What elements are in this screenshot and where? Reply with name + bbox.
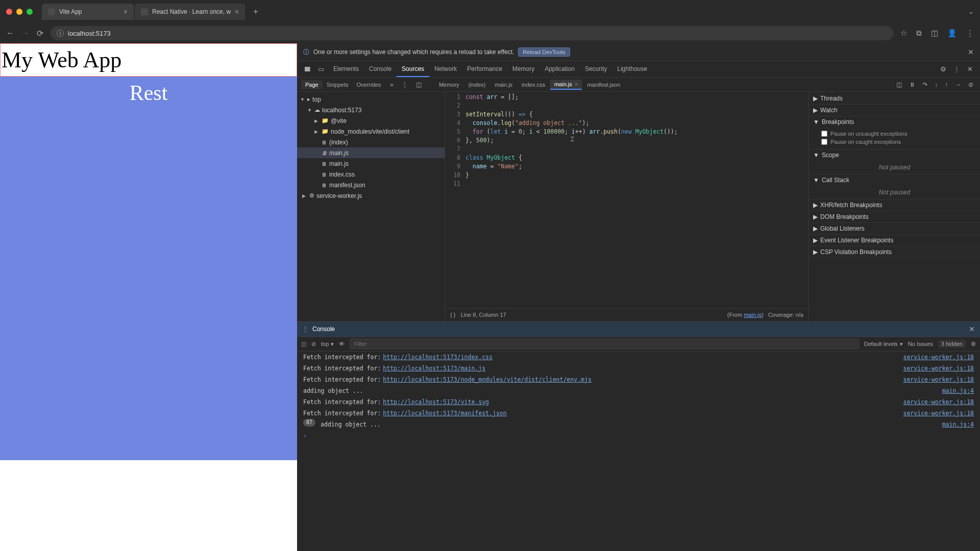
step-into-icon[interactable]: ↓ [932, 80, 940, 90]
sidepanel-icon[interactable]: ◫ [931, 29, 938, 38]
extensions-icon[interactable]: ⧉ [916, 29, 922, 38]
tab-close-icon[interactable]: × [124, 8, 128, 16]
log-source-link[interactable]: main.js:4 [942, 385, 974, 396]
devtools-tab-network[interactable]: Network [429, 62, 462, 77]
profile-icon[interactable]: 👤 [947, 29, 957, 38]
tree-file[interactable]: 🗎main.js [297, 158, 445, 169]
log-source-link[interactable]: service-worker.js:18 [903, 408, 974, 419]
dbg-dom[interactable]: ▶DOM Breakpoints [809, 211, 980, 222]
devtools-tab-elements[interactable]: Elements [328, 62, 364, 77]
devtools-tab-performance[interactable]: Performance [462, 62, 507, 77]
sources-subtab-snippets[interactable]: Snippets [323, 80, 353, 89]
step-out-icon[interactable]: ↑ [942, 80, 950, 90]
console-sidebar-toggle-icon[interactable]: ◫ [301, 341, 306, 347]
devtools-tab-security[interactable]: Security [580, 62, 612, 77]
file-navigator[interactable]: ▼▸top ▼☁localhost:5173 ▶📁@vite ▶📁node_mo… [297, 92, 445, 321]
no-issues-label[interactable]: No Issues [908, 341, 933, 347]
file-tab[interactable]: index.css [518, 80, 549, 90]
dbg-watch[interactable]: ▶Watch [809, 105, 980, 116]
devtools-menu-icon[interactable]: ⋮ [950, 63, 963, 75]
devtools-tab-memory[interactable]: Memory [507, 62, 540, 77]
back-button[interactable]: ← [6, 29, 14, 38]
dbg-event[interactable]: ▶Event Listener Breakpoints [809, 235, 980, 246]
device-toolbar-icon[interactable]: ▭ [315, 63, 327, 75]
tree-file[interactable]: 🗎manifest.json [297, 180, 445, 190]
reload-devtools-button[interactable]: Reload DevTools [518, 47, 570, 57]
console-prompt[interactable]: › [297, 430, 980, 441]
window-minimize-button[interactable] [16, 9, 22, 15]
log-levels-select[interactable]: Default levels▾ [864, 341, 903, 347]
log-source-link[interactable]: service-worker.js:18 [903, 374, 974, 385]
inspect-element-icon[interactable]: ⯀ [301, 63, 314, 75]
tab-close-icon[interactable]: × [235, 8, 239, 16]
subtab-menu-icon[interactable]: ⋮ [399, 81, 411, 88]
pause-icon[interactable]: ⏸ [906, 80, 918, 90]
dbg-threads[interactable]: ▶Threads [809, 93, 980, 104]
clear-console-icon[interactable]: ⊘ [311, 341, 316, 347]
log-source-link[interactable]: service-worker.js:18 [903, 352, 974, 363]
tree-top[interactable]: ▼▸top [297, 94, 445, 105]
reload-button[interactable]: ⟳ [37, 29, 43, 38]
tree-service-worker[interactable]: ▶⚙service-worker.js [297, 190, 445, 201]
tab-overflow-button[interactable]: ⌄ [968, 8, 974, 15]
live-expression-icon[interactable]: 👁 [339, 341, 345, 347]
code-editor[interactable]: 1234567891011 const arr = []; setInterva… [445, 92, 808, 308]
format-icon[interactable]: { } [450, 312, 455, 318]
console-output[interactable]: Fetch intercepted for: http://localhost:… [297, 352, 980, 430]
step-over-icon[interactable]: ↷ [920, 80, 930, 90]
console-link[interactable]: http://localhost:5173/manifest.json [383, 408, 506, 419]
toggle-navigator-icon[interactable]: ◫ [413, 81, 425, 88]
console-filter-input[interactable] [350, 339, 859, 349]
bp-caught-checkbox[interactable]: Pause on caught exceptions [821, 138, 975, 146]
devtools-tab-sources[interactable]: Sources [397, 62, 429, 77]
site-info-icon[interactable]: i [57, 30, 64, 37]
browser-menu-icon[interactable]: ⋮ [966, 29, 974, 38]
devtools-close-icon[interactable]: ✕ [964, 63, 976, 75]
tree-file[interactable]: 🗎main.js [297, 147, 445, 158]
console-link[interactable]: http://localhost:5173/node_modules/vite/… [383, 374, 592, 385]
console-link[interactable]: http://localhost:5173/main.js [383, 363, 485, 374]
console-context-select[interactable]: top▾ [321, 341, 334, 347]
browser-tab[interactable]: React Native · Learn once, w× [135, 4, 245, 20]
file-tab[interactable]: Memory [435, 80, 463, 90]
console-tab[interactable]: Console [308, 323, 339, 335]
devtools-tab-console[interactable]: Console [364, 62, 397, 77]
log-source-link[interactable]: service-worker.js:18 [903, 396, 974, 408]
window-close-button[interactable] [6, 9, 12, 15]
dbg-xhr[interactable]: ▶XHR/fetch Breakpoints [809, 199, 980, 211]
banner-close-icon[interactable]: ✕ [968, 48, 974, 56]
tree-folder-vite[interactable]: ▶📁@vite [297, 115, 445, 126]
log-source-link[interactable]: main.js:4 [942, 419, 974, 430]
file-tab[interactable]: main.js× [550, 80, 582, 90]
deactivate-breakpoints-icon[interactable]: ⊘ [966, 80, 976, 90]
hidden-count[interactable]: 3 hidden [938, 340, 966, 348]
more-subtabs-icon[interactable]: » [387, 81, 397, 88]
sources-subtab-overrides[interactable]: Overrides [353, 80, 385, 89]
forward-button[interactable]: → [21, 29, 30, 38]
console-link[interactable]: http://localhost:5173/index.css [383, 352, 493, 363]
tree-file[interactable]: 🗎index.css [297, 169, 445, 180]
devtools-tab-lighthouse[interactable]: Lighthouse [612, 62, 652, 77]
log-source-link[interactable]: service-worker.js:18 [903, 363, 974, 374]
source-origin-link[interactable]: main.js [744, 312, 762, 318]
dbg-callstack[interactable]: ▼Call Stack [809, 174, 980, 186]
toggle-debugger-icon[interactable]: ◫ [894, 80, 904, 90]
bookmark-icon[interactable]: ☆ [900, 29, 907, 38]
dbg-scope[interactable]: ▼Scope [809, 149, 980, 161]
browser-tab[interactable]: Vite App× [42, 4, 134, 20]
tree-file[interactable]: 🗎(index) [297, 137, 445, 147]
step-icon[interactable]: → [952, 80, 964, 90]
dbg-breakpoints[interactable]: ▼Breakpoints [809, 116, 980, 128]
file-tab[interactable]: (index) [464, 80, 490, 90]
sources-subtab-page[interactable]: Page [301, 80, 323, 89]
drawer-close-icon[interactable]: ✕ [969, 325, 975, 333]
devtools-settings-icon[interactable]: ⚙ [937, 63, 949, 75]
drawer-menu-icon[interactable]: ⋮ [302, 325, 308, 333]
tree-host[interactable]: ▼☁localhost:5173 [297, 105, 445, 115]
file-tab[interactable]: manifest.json [583, 80, 624, 90]
dbg-csp[interactable]: ▶CSP Violation Breakpoints [809, 246, 980, 258]
devtools-tab-application[interactable]: Application [540, 62, 580, 77]
dbg-global[interactable]: ▶Global Listeners [809, 223, 980, 234]
tree-folder-node-modules[interactable]: ▶📁node_modules/vite/dist/client [297, 126, 445, 137]
address-bar[interactable]: i localhost:5173 [51, 26, 893, 40]
